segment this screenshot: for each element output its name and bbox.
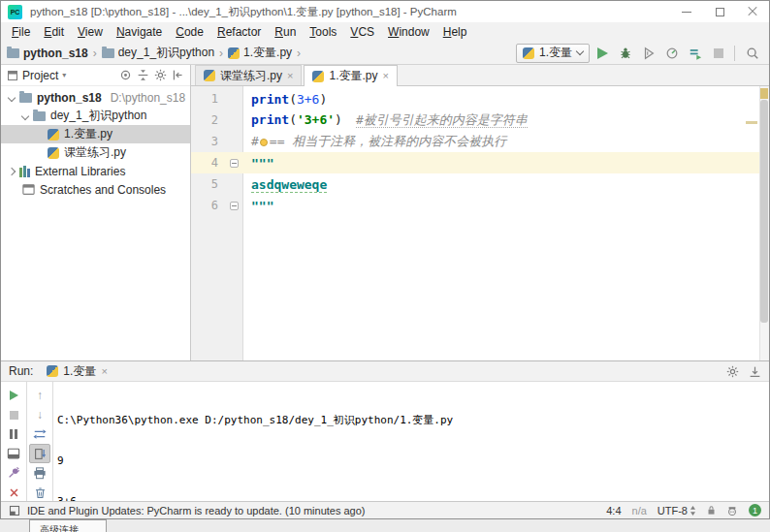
- line-number[interactable]: 3: [191, 135, 224, 148]
- debug-button[interactable]: [615, 43, 636, 64]
- stop-icon: [10, 411, 18, 420]
- chevron-down-icon[interactable]: [21, 111, 29, 119]
- editor-tab-active[interactable]: 1.变量.py ×: [304, 65, 397, 86]
- editor-tab-inactive[interactable]: 课堂练习.py ×: [195, 65, 302, 85]
- status-message[interactable]: IDE and Plugin Updates: PyCharm is ready…: [27, 505, 366, 516]
- tree-item-label: Scratches and Consoles: [40, 183, 166, 197]
- line-number[interactable]: 2: [191, 113, 224, 127]
- minimize-button[interactable]: [670, 1, 703, 22]
- scroll-to-end-button[interactable]: [29, 444, 50, 463]
- close-tab-icon[interactable]: ×: [101, 366, 107, 377]
- chevron-right-icon[interactable]: [8, 167, 16, 174]
- project-panel-title[interactable]: Project: [22, 69, 58, 82]
- menu-help[interactable]: Help: [436, 23, 474, 41]
- line-separator[interactable]: n/a: [632, 505, 647, 516]
- code-text: print(3+6): [243, 92, 327, 107]
- number-token: 3+6: [297, 92, 319, 107]
- window-controls: [670, 1, 769, 22]
- scrollbar-thumb[interactable]: [760, 100, 768, 323]
- breadcrumb-item-root[interactable]: python_s18: [7, 47, 88, 60]
- tree-item-external-libraries[interactable]: External Libraries: [1, 162, 190, 180]
- breadcrumb-item-file[interactable]: 1.变量.py: [228, 45, 292, 61]
- editor-scrollbar[interactable]: [759, 86, 769, 360]
- intention-bulb-icon[interactable]: [260, 139, 268, 146]
- tree-item-label: 1.变量.py: [64, 126, 112, 142]
- line-number[interactable]: 6: [191, 199, 224, 212]
- rerun-button[interactable]: [3, 386, 24, 405]
- breadcrumb-item-folder[interactable]: dey_1_初识python: [102, 45, 214, 61]
- run-with-coverage-button[interactable]: [638, 43, 659, 64]
- pause-button[interactable]: [3, 424, 24, 444]
- code-line-1[interactable]: 1 print(3+6): [191, 88, 769, 110]
- attach-debugger-button[interactable]: [3, 463, 24, 483]
- close-button[interactable]: [736, 1, 769, 22]
- search-everywhere-button[interactable]: [742, 43, 763, 64]
- close-tab-icon[interactable]: ×: [287, 71, 293, 81]
- menu-tools[interactable]: Tools: [303, 23, 343, 41]
- line-number[interactable]: 5: [191, 177, 224, 191]
- fold-marker-icon[interactable]: [230, 202, 239, 210]
- line-number[interactable]: 1: [191, 92, 224, 106]
- gear-icon[interactable]: [726, 365, 739, 378]
- prev-occurrence-button[interactable]: ↑: [29, 386, 50, 405]
- locate-icon[interactable]: [119, 69, 132, 81]
- collapse-all-icon[interactable]: [137, 69, 149, 81]
- toolwindow-toggle-icon[interactable]: [9, 505, 20, 516]
- show-console-button[interactable]: [3, 444, 24, 463]
- profiler-button[interactable]: [661, 43, 683, 64]
- hide-panel-icon[interactable]: [172, 69, 184, 81]
- menu-edit[interactable]: Edit: [37, 23, 71, 41]
- tree-item-scratches[interactable]: Scratches and Consoles: [1, 180, 190, 199]
- error-stripe-marker[interactable]: [760, 88, 768, 99]
- tree-item-folder[interactable]: dey_1_初识python: [1, 107, 190, 125]
- chevron-down-icon[interactable]: [8, 93, 16, 101]
- fold-marker-icon[interactable]: [230, 159, 239, 168]
- punct-token: (: [289, 112, 297, 127]
- menu-view[interactable]: View: [71, 23, 110, 41]
- menu-code[interactable]: Code: [169, 23, 210, 41]
- menu-window[interactable]: Window: [381, 23, 436, 41]
- menu-refactor[interactable]: Refactor: [210, 23, 268, 41]
- running-list-button[interactable]: [685, 43, 706, 64]
- code-line-2[interactable]: 2 print('3+6')#被引号引起来的内容是字符串: [191, 110, 769, 131]
- menu-file[interactable]: File: [5, 23, 37, 41]
- change-marker[interactable]: [746, 121, 757, 124]
- editor-body[interactable]: 1 print(3+6) 2 print('3+6')#被引号引起来的内容是字符…: [191, 86, 769, 360]
- menu-vcs[interactable]: VCS: [343, 23, 381, 41]
- run-configuration-select[interactable]: 1.变量: [516, 44, 590, 63]
- tree-item-path: D:\python_s18: [111, 91, 185, 105]
- tab-label: 课堂练习.py: [220, 68, 282, 84]
- run-button[interactable]: [592, 43, 613, 64]
- up-arrow-icon: ↑: [37, 390, 43, 401]
- code-line-3[interactable]: 3 #== 相当于注释，被注释的内容不会被执行: [191, 131, 769, 152]
- tree-item-project-root[interactable]: python_s18 D:\python_s18: [1, 88, 190, 107]
- code-line-5[interactable]: 5 asdqweweqe: [191, 173, 769, 195]
- tree-item-file-selected[interactable]: 1.变量.py: [1, 125, 190, 143]
- tree-item-file[interactable]: 课堂练习.py: [1, 143, 190, 162]
- stop-button[interactable]: [708, 43, 729, 64]
- lock-icon[interactable]: [707, 505, 716, 516]
- caret-position[interactable]: 4:4: [606, 505, 621, 516]
- toolbar-divider: [734, 46, 735, 61]
- code-line-6[interactable]: 6 """: [191, 195, 769, 216]
- notification-badge[interactable]: 1: [749, 504, 761, 516]
- chevron-down-icon[interactable]: ▾: [62, 71, 66, 79]
- hide-panel-icon[interactable]: [749, 365, 761, 378]
- next-occurrence-button[interactable]: ↓: [29, 405, 50, 424]
- line-number[interactable]: 4: [191, 156, 224, 170]
- run-console-output[interactable]: C:\Python36\python.exe D:/python_s18/dey…: [53, 382, 769, 501]
- print-button[interactable]: [29, 463, 50, 483]
- restart-button[interactable]: [29, 424, 50, 444]
- encoding-widget[interactable]: UTF-8: [658, 505, 696, 516]
- stop-button[interactable]: [3, 405, 24, 424]
- maximize-button[interactable]: [703, 1, 736, 22]
- clear-console-button[interactable]: [29, 483, 50, 502]
- close-tab-icon[interactable]: ×: [382, 71, 388, 81]
- close-panel-button[interactable]: [3, 483, 24, 502]
- run-tab[interactable]: 1.变量 ×: [47, 363, 107, 380]
- menu-navigate[interactable]: Navigate: [110, 23, 169, 41]
- code-line-4-current[interactable]: 4 """: [191, 152, 769, 173]
- menu-run[interactable]: Run: [268, 23, 303, 41]
- gear-icon[interactable]: [154, 69, 167, 81]
- hector-inspector-icon[interactable]: [726, 505, 738, 516]
